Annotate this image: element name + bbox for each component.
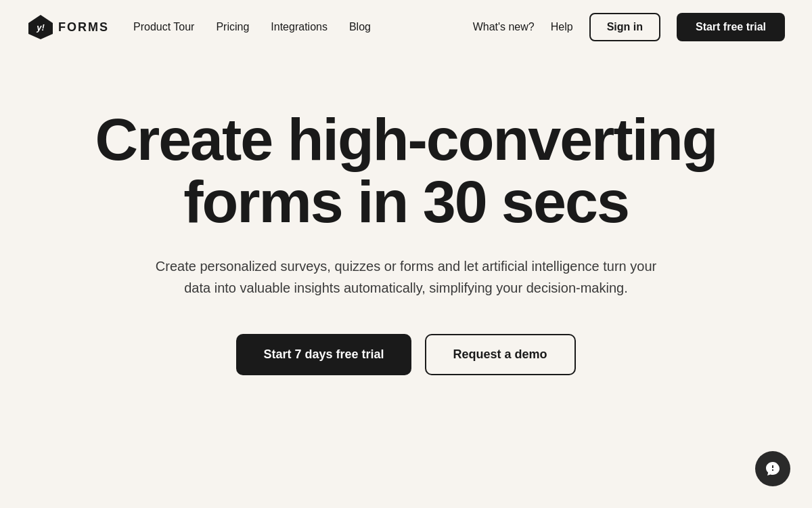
request-demo-button[interactable]: Request a demo	[425, 334, 576, 375]
hero-subtitle: Create personalized surveys, quizzes or …	[149, 255, 663, 299]
navbar: y! FORMS Product Tour Pricing Integratio…	[0, 0, 812, 54]
chat-button[interactable]	[755, 451, 790, 486]
nav-link-blog[interactable]: Blog	[349, 21, 371, 33]
nav-item-product-tour[interactable]: Product Tour	[133, 21, 194, 33]
start-trial-nav-button[interactable]: Start free trial	[677, 13, 785, 41]
nav-link-integrations[interactable]: Integrations	[271, 21, 328, 33]
chat-icon	[765, 461, 781, 477]
svg-text:y!: y!	[36, 22, 45, 33]
nav-link-product-tour[interactable]: Product Tour	[133, 21, 194, 33]
nav-links: Product Tour Pricing Integrations Blog	[133, 21, 371, 33]
yay-forms-logo-icon: y!	[27, 14, 54, 41]
nav-item-pricing[interactable]: Pricing	[216, 21, 249, 33]
nav-right: What's new? Help Sign in Start free tria…	[473, 13, 785, 41]
hero-title: Create high-converting forms in 30 secs	[54, 108, 758, 234]
nav-left: y! FORMS Product Tour Pricing Integratio…	[27, 14, 371, 41]
start-trial-hero-button[interactable]: Start 7 days free trial	[236, 334, 411, 375]
nav-item-blog[interactable]: Blog	[349, 21, 371, 33]
signin-button[interactable]: Sign in	[589, 13, 660, 41]
hero-section: Create high-converting forms in 30 secs …	[0, 54, 812, 416]
hero-buttons: Start 7 days free trial Request a demo	[236, 334, 575, 375]
nav-item-integrations[interactable]: Integrations	[271, 21, 328, 33]
nav-link-whats-new[interactable]: What's new?	[473, 21, 535, 33]
nav-link-help[interactable]: Help	[551, 21, 573, 33]
nav-link-pricing[interactable]: Pricing	[216, 21, 249, 33]
logo-link[interactable]: y! FORMS	[27, 14, 109, 41]
logo-text: FORMS	[58, 20, 109, 35]
